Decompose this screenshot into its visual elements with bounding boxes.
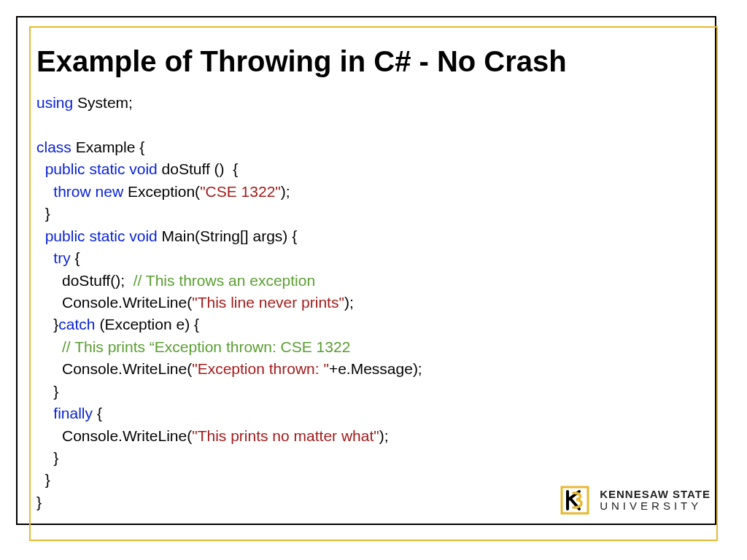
slide-content: Example of Throwing in C# - No Crash usi… (36, 44, 708, 513)
code-keyword: public static void (45, 228, 158, 244)
ks-logo-icon (557, 483, 592, 518)
code-keyword: finally (53, 405, 93, 421)
code-text: System; (73, 94, 133, 111)
code-text: +e.Message); (329, 360, 422, 377)
code-text: doStuff(); (62, 272, 133, 289)
code-text: Main(String[] args) { (158, 228, 297, 244)
code-keyword: try (53, 249, 70, 266)
code-text: Console.WriteLine( (62, 360, 192, 377)
code-text: } (36, 494, 42, 510)
code-text: } (45, 471, 50, 488)
code-keyword: throw new (53, 183, 123, 200)
university-logo: KENNESAW STATE UNIVERSITY (557, 483, 711, 518)
code-text: { (93, 405, 102, 421)
code-text: { (71, 249, 80, 266)
code-text: Console.WriteLine( (62, 294, 192, 311)
code-text: } (53, 449, 58, 466)
slide-title: Example of Throwing in C# - No Crash (36, 44, 708, 79)
logo-text: KENNESAW STATE UNIVERSITY (600, 489, 711, 512)
code-keyword: public static void (45, 160, 158, 177)
code-keyword: catch (58, 316, 95, 332)
logo-line2: UNIVERSITY (600, 500, 711, 512)
svg-rect-0 (562, 487, 588, 513)
code-text: Exception( (123, 183, 200, 200)
code-comment: // This throws an exception (133, 272, 315, 289)
code-string: "This prints no matter what" (192, 427, 379, 444)
code-text: Console.WriteLine( (62, 427, 192, 444)
code-text: Example { (71, 139, 144, 155)
code-string: "This line never prints" (192, 294, 344, 311)
code-keyword: class (36, 139, 71, 155)
code-text: ); (379, 427, 389, 444)
code-text: (Exception e) { (96, 316, 199, 332)
code-string: "Exception thrown: " (192, 360, 329, 377)
code-text: } (53, 383, 58, 400)
logo-line1: KENNESAW STATE (600, 489, 711, 500)
code-text: } (45, 205, 50, 222)
code-comment: // This prints “Exception thrown: CSE 13… (62, 338, 350, 355)
code-keyword: using (36, 94, 73, 111)
code-text: ); (344, 294, 354, 311)
code-string: "CSE 1322" (200, 183, 281, 200)
code-text: ); (281, 183, 290, 200)
code-text: doStuff () { (158, 160, 239, 177)
code-block: using System; class Example { public sta… (36, 92, 708, 513)
